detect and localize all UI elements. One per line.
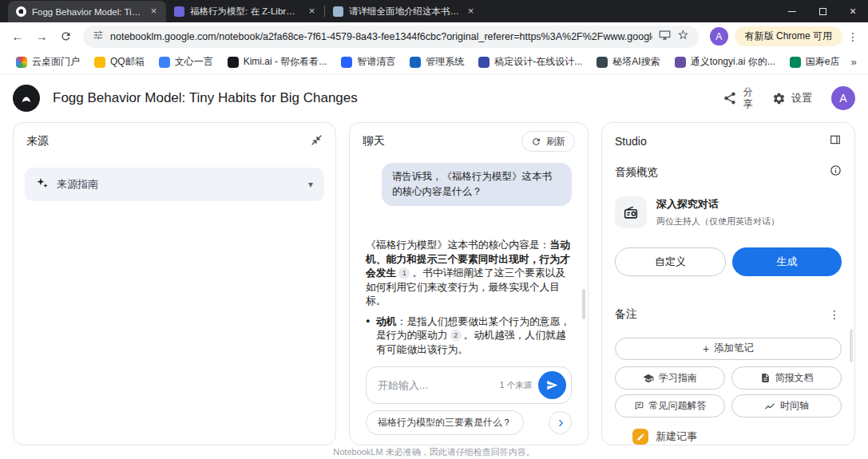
document-icon xyxy=(760,373,771,383)
bookmark-favicon xyxy=(790,57,801,68)
forward-button[interactable]: → xyxy=(30,26,53,48)
tab-notebooklm[interactable]: Fogg Behavior Model: Tiny H × xyxy=(8,1,166,22)
chat-input[interactable] xyxy=(378,379,493,391)
bookmark-label: 管理系统 xyxy=(426,55,464,69)
maximize-button[interactable] xyxy=(807,0,838,22)
notebook-title[interactable]: Fogg Behavior Model: Tiny Habits for Big… xyxy=(53,90,710,106)
notebooklm-header: Fogg Behavior Model: Tiny Habits for Big… xyxy=(0,74,868,122)
user-message: 请告诉我，《福格行为模型》这本书的核心内容是什么？ xyxy=(382,163,572,206)
refresh-label: 刷新 xyxy=(546,135,565,148)
citation-badge[interactable]: 1 xyxy=(398,267,410,279)
bookmark-favicon xyxy=(675,57,686,68)
citation-badge[interactable]: 2 xyxy=(450,330,462,341)
header-actions: 分享 设置 A xyxy=(723,86,855,110)
browser-window: Fogg Behavior Model: Tiny H × 福格行为模型: 在 … xyxy=(0,0,868,459)
more-bookmarks-icon[interactable]: » xyxy=(847,56,859,68)
tab-close-icon[interactable]: × xyxy=(465,6,477,18)
workspace: 来源 来源指南 ▾ 聊天 刷新 xyxy=(0,122,868,445)
url-text[interactable]: notebooklm.google.com/notebook/a2fa68ce-… xyxy=(110,31,652,42)
note-list-item[interactable]: 新建记事 xyxy=(615,429,842,445)
tab-zlibrary[interactable]: 福格行为模型: 在 Z-Library 上 × xyxy=(166,1,324,22)
chevron-down-icon[interactable]: ▾ xyxy=(308,179,313,190)
info-icon[interactable] xyxy=(830,164,842,180)
share-icon xyxy=(723,91,737,105)
bookmark-item[interactable]: Kimi.ai - 帮你看看... xyxy=(221,53,334,72)
chevron-right-icon xyxy=(555,417,566,429)
profile-avatar[interactable]: A xyxy=(710,27,728,46)
bookmark-item[interactable]: QQ邮箱 xyxy=(88,53,151,72)
minimize-button[interactable] xyxy=(777,0,807,22)
suggested-question[interactable]: 福格行为模型的三要素是什么？ xyxy=(366,410,524,435)
bookmark-favicon xyxy=(16,57,27,68)
tab-book-intro[interactable]: 请详细全面地介绍这本书《福 × xyxy=(325,1,483,22)
bookmark-favicon xyxy=(341,57,352,68)
studio-title: Studio xyxy=(615,135,647,148)
close-button[interactable]: × xyxy=(838,0,868,22)
doc-favicon xyxy=(333,6,343,17)
add-note-button[interactable]: + 添加笔记 xyxy=(615,338,842,360)
assistant-message: 《福格行为模型》这本书的核心内容是：当动机、能力和提示三个要素同时出现时，行为才… xyxy=(366,238,572,308)
bookmark-favicon xyxy=(597,57,608,68)
bookmark-item[interactable]: 秘塔AI搜索 xyxy=(590,53,666,72)
chat-scrollbar[interactable] xyxy=(582,289,585,319)
notes-menu-icon[interactable]: ⋮ xyxy=(827,308,842,321)
browser-toolbar: ← → notebooklm.google.com/notebook/a2fa6… xyxy=(0,22,868,50)
add-note-label: 添加笔记 xyxy=(714,342,754,355)
audio-deep-dive-icon xyxy=(615,196,647,228)
bookmark-favicon xyxy=(410,57,421,68)
bullet-term: 动机 xyxy=(376,315,397,327)
address-bar[interactable]: notebooklm.google.com/notebook/a2fa68ce-… xyxy=(83,26,699,48)
timeline-chip[interactable]: 时间轴 xyxy=(731,394,842,417)
customize-button[interactable]: 自定义 xyxy=(615,247,726,276)
gear-icon xyxy=(772,92,786,105)
bookmark-item[interactable]: 云桌面门户 xyxy=(10,53,86,72)
collapse-panel-icon[interactable] xyxy=(311,134,323,149)
back-button[interactable]: ← xyxy=(6,26,29,48)
plus-icon: + xyxy=(703,342,709,355)
tab-close-icon[interactable]: × xyxy=(306,6,318,18)
tune-icon[interactable] xyxy=(93,30,104,44)
bookmark-star-icon[interactable] xyxy=(677,29,689,44)
share-button[interactable]: 分享 xyxy=(723,86,753,110)
tab-list: Fogg Behavior Model: Tiny H × 福格行为模型: 在 … xyxy=(0,0,483,22)
chat-input-box[interactable]: 1 个来源 xyxy=(366,366,572,404)
source-count: 1 个来源 xyxy=(500,380,532,391)
bookmark-item[interactable]: 管理系统 xyxy=(403,53,470,72)
settings-button[interactable]: 设置 xyxy=(772,91,812,105)
reload-button[interactable] xyxy=(54,26,77,48)
bookmark-label: 秘塔AI搜索 xyxy=(612,55,660,69)
graduation-cap-icon xyxy=(643,373,654,384)
briefing-doc-chip[interactable]: 简报文档 xyxy=(731,366,842,390)
bookmark-item[interactable]: 文心一言 xyxy=(153,53,220,72)
source-guide-button[interactable]: 来源指南 ▾ xyxy=(25,168,324,201)
chip-label: 常见问题解答 xyxy=(649,399,707,413)
bookmark-item[interactable]: 稿定设计-在线设计... xyxy=(472,53,589,72)
deep-dive-title: 深入探究对话 xyxy=(656,197,779,212)
sources-panel: 来源 来源指南 ▾ xyxy=(13,122,336,445)
bookmark-item[interactable]: 智谱清言 xyxy=(335,53,402,72)
refresh-chat-button[interactable]: 刷新 xyxy=(521,131,575,152)
bookmarks-bar: 云桌面门户 QQ邮箱 文心一言 Kimi.ai - 帮你看看... 智谱清言 管… xyxy=(0,50,868,74)
study-guide-chip[interactable]: 学习指南 xyxy=(615,366,725,390)
faq-chip[interactable]: 常见问题解答 xyxy=(615,394,725,417)
bookmark-item[interactable]: 通义tongyi.ai 你的... xyxy=(668,53,782,72)
bookmark-favicon xyxy=(94,57,105,68)
audio-overview-label: 音频概览 xyxy=(615,165,658,180)
chat-input-area: 1 个来源 福格行为模型的三要素是什么？ xyxy=(366,366,572,445)
chip-label: 时间轴 xyxy=(780,399,809,413)
bookmark-item[interactable]: 国寿e店 xyxy=(783,53,846,72)
notebooklm-logo[interactable] xyxy=(13,85,40,112)
account-avatar[interactable]: A xyxy=(831,86,855,110)
chrome-update-button[interactable]: 有新版 Chrome 可用 xyxy=(735,26,842,46)
browser-menu-icon[interactable]: ⋮ xyxy=(844,30,862,43)
panel-layout-icon[interactable] xyxy=(829,133,842,149)
notes-header: 备注 ⋮ xyxy=(615,305,842,325)
send-button[interactable] xyxy=(538,371,566,399)
tab-close-icon[interactable]: × xyxy=(148,6,160,18)
send-to-devices-icon[interactable] xyxy=(659,29,671,44)
studio-scrollbar[interactable] xyxy=(850,329,853,362)
next-suggestion-button[interactable] xyxy=(549,411,572,434)
tab-strip: Fogg Behavior Model: Tiny H × 福格行为模型: 在 … xyxy=(0,0,868,22)
generate-button[interactable]: 生成 xyxy=(732,247,842,276)
bookmark-label: Kimi.ai - 帮你看看... xyxy=(244,55,327,69)
